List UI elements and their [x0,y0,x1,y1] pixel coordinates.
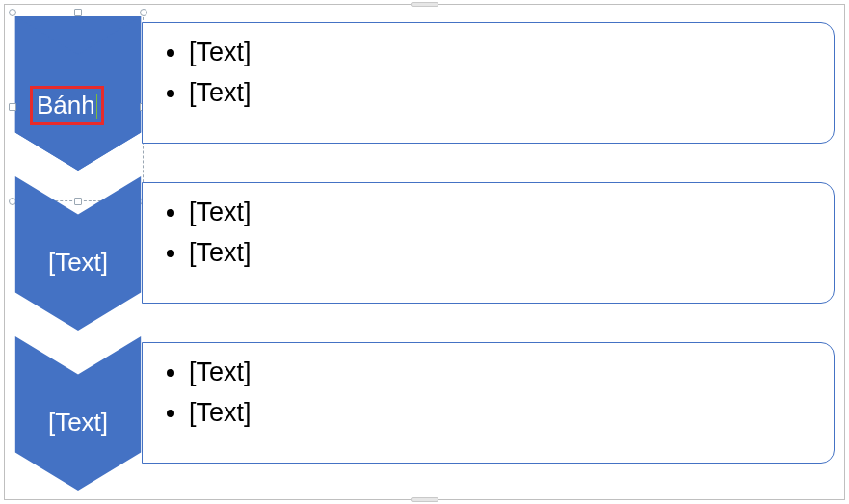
process-row-2: [Text] [Text] [Text] [14,176,836,326]
text-caret [96,94,97,119]
list-item[interactable]: [Text] [189,33,818,73]
smartart-canvas[interactable]: Bánh [Text] [Text] [Text] [4,4,845,500]
content-panel-3[interactable]: [Text] [Text] [142,342,835,464]
process-row-3: [Text] [Text] [Text] [14,336,836,486]
resize-handle-nw[interactable] [9,9,16,16]
bullet-list-2: [Text] [Text] [172,193,818,274]
chevron-label-3[interactable]: [Text] [14,408,142,438]
list-item[interactable]: [Text] [189,353,818,393]
chevron-shape-1[interactable]: Bánh [14,16,142,171]
chevron-shape-3[interactable]: [Text] [14,336,142,491]
chevron-shape-2[interactable]: [Text] [14,176,142,331]
process-row-1: Bánh [Text] [Text] [14,16,836,166]
canvas-grab-bottom[interactable] [411,497,438,502]
chevron-label-2[interactable]: [Text] [14,248,142,278]
content-panel-2[interactable]: [Text] [Text] [142,182,835,304]
content-panel-1[interactable]: [Text] [Text] [142,22,835,144]
chevron-label-1-text: Bánh [37,91,95,119]
resize-handle-ne[interactable] [140,9,147,16]
list-item[interactable]: [Text] [189,73,818,114]
bullet-list-1: [Text] [Text] [172,33,818,114]
list-item[interactable]: [Text] [189,233,818,274]
resize-handle-n[interactable] [74,9,82,16]
bullet-list-3: [Text] [Text] [172,353,818,434]
list-item[interactable]: [Text] [189,393,818,434]
chevron-label-1[interactable]: Bánh [30,86,104,125]
canvas-grab-top[interactable] [411,2,438,7]
list-item[interactable]: [Text] [189,193,818,233]
